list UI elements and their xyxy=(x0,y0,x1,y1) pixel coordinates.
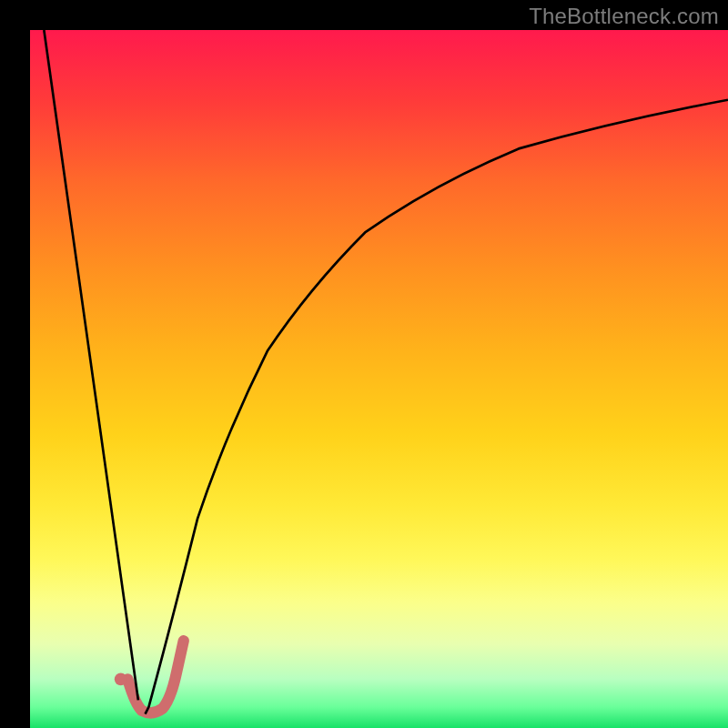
chart-svg xyxy=(30,30,728,728)
chart-frame: TheBottleneck.com xyxy=(0,0,728,728)
secondary-dot xyxy=(115,672,127,685)
watermark-text: TheBottleneck.com xyxy=(529,4,719,29)
primary-left-line xyxy=(44,30,138,700)
primary-right-curve xyxy=(146,100,728,714)
